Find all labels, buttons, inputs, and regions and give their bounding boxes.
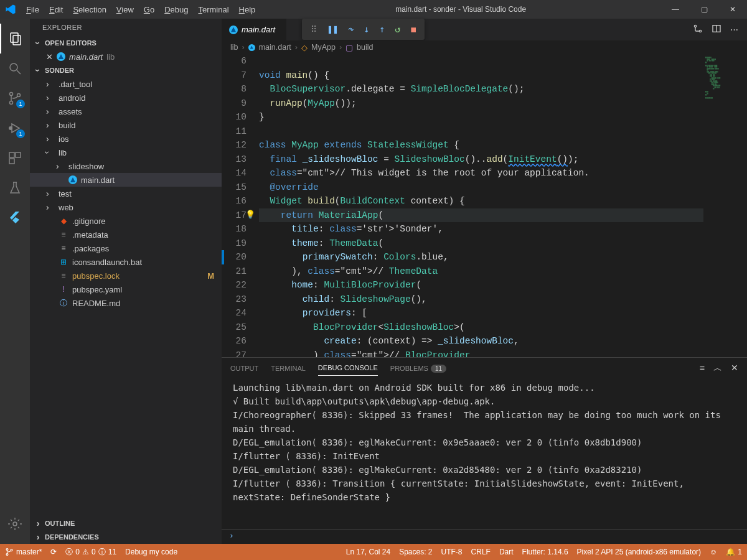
status-language[interactable]: Dart	[499, 548, 514, 556]
file-item[interactable]: ≡.packages	[30, 241, 222, 255]
code-line[interactable]: ) class="cmt">// BlocProvider	[259, 348, 703, 358]
status-position[interactable]: Ln 17, Col 24	[346, 548, 390, 556]
code-line[interactable]: providers: [	[259, 306, 703, 320]
code-line[interactable]: title: class='str'>'Sonder',	[259, 222, 703, 236]
status-feedback-icon[interactable]: ☺	[710, 548, 717, 556]
code-line[interactable]: theme: ThemeData(	[259, 236, 703, 251]
section-dependencies[interactable]: DEPENDENCIES	[30, 530, 222, 544]
folder-item[interactable]: build	[30, 118, 222, 132]
file-item[interactable]: !pubspec.yaml	[30, 282, 222, 296]
code-line[interactable]: Widget build(BuildContext context) {	[259, 194, 703, 208]
panel-tab-terminal[interactable]: TERMINAL	[271, 361, 306, 376]
activity-extensions[interactable]	[0, 143, 30, 173]
panel-tab-problems[interactable]: PROBLEMS11	[390, 361, 446, 376]
activity-settings[interactable]	[0, 509, 30, 539]
activity-search[interactable]	[0, 54, 30, 83]
lightbulb-icon[interactable]: 💡	[245, 208, 255, 223]
close-icon[interactable]: ✕	[46, 52, 53, 62]
code-line[interactable]: class="cmt">// This widget is the root o…	[259, 166, 703, 180]
section-outline[interactable]: OUTLINE	[30, 516, 222, 530]
file-item[interactable]: ⓘREADME.md	[30, 296, 222, 310]
menu-terminal[interactable]: Terminal	[193, 2, 233, 17]
code-line[interactable]: @override	[259, 180, 703, 195]
code-line[interactable]: home: MultiBlocProvider(	[259, 278, 703, 292]
status-debug-config[interactable]: Debug my code	[125, 548, 177, 556]
more-icon[interactable]: ⋯	[730, 25, 738, 34]
compare-changes-icon[interactable]	[693, 24, 703, 35]
debug-console-output[interactable]: Launching lib\main.dart on Android SDK b…	[222, 378, 747, 529]
breakpoint-marker[interactable]	[222, 250, 224, 264]
file-item[interactable]: ≡pubspec.lockM	[30, 269, 222, 282]
code-line[interactable]: class MyApp extends StatelessWidget {	[259, 138, 703, 152]
code-line[interactable]: BlocSupervisor.delegate = SimpleBlocDele…	[259, 82, 703, 96]
status-encoding[interactable]: UTF-8	[441, 548, 463, 556]
code-line[interactable]: child: SlideshowPage(),	[259, 292, 703, 307]
menu-view[interactable]: View	[111, 2, 139, 17]
code-editor[interactable]: 6789101112131415161718192021222324252627…	[222, 54, 747, 357]
window-minimize[interactable]: —	[661, 0, 690, 19]
panel-collapse-icon[interactable]: ︿	[713, 363, 722, 374]
section-project[interactable]: SONDER	[30, 63, 222, 77]
folder-item[interactable]: slideshow	[30, 159, 222, 173]
file-item[interactable]: ◆.gitignore	[30, 214, 222, 228]
panel-tab-output[interactable]: OUTPUT	[230, 361, 258, 376]
code-line[interactable]	[259, 54, 703, 68]
debug-step-into[interactable]: ↓	[364, 24, 369, 35]
open-editor-item[interactable]: ✕ main.dart lib	[30, 50, 222, 63]
file-item[interactable]: main.dart	[30, 173, 222, 187]
debug-step-out[interactable]: ↑	[379, 24, 385, 35]
code-line[interactable]: 💡 return MaterialApp(	[259, 208, 703, 223]
menu-selection[interactable]: Selection	[68, 2, 111, 17]
panel-tab-debug-console[interactable]: DEBUG CONSOLE	[318, 360, 378, 376]
folder-item[interactable]: .dart_tool	[30, 77, 222, 91]
activity-scm[interactable]: 1	[0, 83, 30, 113]
tab-main-dart[interactable]: main.dart	[222, 19, 287, 40]
section-open-editors[interactable]: OPEN EDITORS	[30, 36, 222, 50]
panel-filter-icon[interactable]: ≡	[700, 363, 705, 374]
menu-debug[interactable]: Debug	[159, 2, 193, 17]
code-line[interactable]: }	[259, 110, 703, 124]
folder-item[interactable]: web	[30, 200, 222, 214]
menu-file[interactable]: File	[21, 2, 44, 17]
activity-testing[interactable]	[0, 173, 30, 203]
split-editor-icon[interactable]	[712, 24, 721, 35]
code-line[interactable]: final _slideshowBloc = SlideshowBloc()..…	[259, 152, 703, 167]
folder-item[interactable]: ios	[30, 132, 222, 146]
status-sync[interactable]: ⟳	[50, 548, 57, 556]
breadcrumb[interactable]: lib› main.dart› ◇ MyApp› ▢ build	[222, 40, 747, 54]
status-flutter[interactable]: Flutter: 1.14.6	[522, 548, 568, 556]
code-line[interactable]: primarySwatch: Colors.blue,	[259, 250, 703, 264]
code-line[interactable]: ), class="cmt">// ThemeData	[259, 264, 703, 279]
code-line[interactable]: create: (context) => _slideshowBloc,	[259, 334, 703, 348]
status-notifications[interactable]: 🔔 1	[726, 548, 742, 556]
minimap[interactable]: ████████ ████ ██████ ██ ███ ████████ ███…	[703, 54, 747, 357]
debug-pause[interactable]: ❚❚	[327, 24, 338, 35]
file-item[interactable]: ⊞iconsandlaunch.bat	[30, 255, 222, 269]
code-line[interactable]: void main() {	[259, 68, 703, 83]
grip-icon[interactable]: ⠿	[311, 24, 317, 34]
activity-debug[interactable]: 1	[0, 113, 30, 143]
status-eol[interactable]: CRLF	[471, 548, 491, 556]
code-line[interactable]	[259, 124, 703, 139]
debug-console-input[interactable]: ›	[222, 529, 747, 544]
menu-help[interactable]: Help	[234, 2, 261, 17]
folder-item[interactable]: lib	[30, 146, 222, 159]
code-line[interactable]: runApp(MyApp());	[259, 96, 703, 111]
code-line[interactable]: BlocProvider<SlideshowBloc>(	[259, 320, 703, 335]
activity-explorer[interactable]	[0, 24, 30, 54]
folder-item[interactable]: assets	[30, 105, 222, 118]
debug-restart[interactable]: ↺	[395, 24, 400, 35]
status-indent[interactable]: Spaces: 2	[399, 548, 432, 556]
debug-stop[interactable]: ◼	[410, 24, 416, 35]
file-item[interactable]: ≡.metadata	[30, 228, 222, 241]
status-device[interactable]: Pixel 2 API 25 (android-x86 emulator)	[577, 548, 701, 556]
debug-toolbar[interactable]: ⠿ ❚❚ ↷ ↓ ↑ ↺ ◼	[302, 19, 425, 40]
menu-go[interactable]: Go	[139, 2, 159, 17]
line-gutter[interactable]: 6789101112131415161718192021222324252627	[222, 54, 259, 357]
folder-item[interactable]: android	[30, 91, 222, 105]
menu-edit[interactable]: Edit	[44, 2, 68, 17]
window-maximize[interactable]: ▢	[690, 0, 718, 19]
panel-close-icon[interactable]: ✕	[731, 363, 738, 374]
status-problems[interactable]: ⓧ 0 ⚠ 0 ⓘ 11	[65, 547, 116, 558]
status-branch[interactable]: master*	[5, 548, 42, 556]
